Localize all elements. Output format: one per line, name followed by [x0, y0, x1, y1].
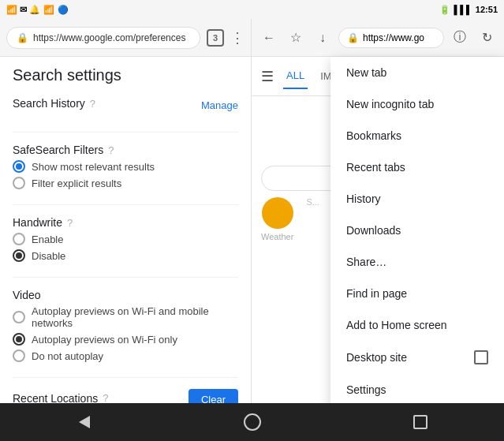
section-safesearch: SafeSearch Filters ? Show most relevant … — [13, 144, 238, 205]
left-url-box[interactable]: 🔒 https://www.google.com/preferences — [6, 27, 200, 49]
wifi-icon: 📶 — [43, 5, 54, 15]
menu-item-new-incognito[interactable]: New incognito tab — [330, 88, 504, 120]
section-title-recent-locations: Recent Locations ? — [13, 392, 108, 404]
status-time: 12:51 — [476, 5, 498, 14]
bottom-nav — [0, 403, 504, 441]
lock-icon: 🔒 — [17, 32, 28, 43]
help-icon-handwrite: ? — [67, 217, 73, 229]
section-title-handwrite: Handwrite ? — [13, 216, 238, 229]
left-content: Search settings Search History ? Manage … — [0, 57, 251, 403]
right-address-bar: ← ☆ ↓ 🔒 https://www.go ⓘ ↻ — [252, 19, 504, 57]
info-icon[interactable]: ⓘ — [449, 27, 471, 49]
recent-button[interactable] — [405, 406, 436, 438]
radio-dot-no-autoplay — [13, 349, 25, 362]
right-url-text: https://www.go — [363, 32, 424, 43]
section-search-history: Search History ? Manage — [13, 97, 238, 133]
radio-autoplay-wifi[interactable]: Autoplay previews on Wi-Fi only — [13, 333, 238, 346]
section-handwrite: Handwrite ? Enable Disable — [13, 216, 238, 278]
tab-count[interactable]: 3 — [207, 29, 224, 47]
battery-icon: 🔋 — [439, 5, 450, 15]
main-area: 🔒 https://www.google.com/preferences 3 ⋮… — [0, 19, 504, 403]
radio-dot-autoplay-wifi — [13, 333, 25, 346]
radio-autoplay-all[interactable]: Autoplay previews on Wi-Fi and mobile ne… — [13, 305, 238, 329]
menu-item-find-in-page[interactable]: Find in page — [330, 278, 504, 309]
left-address-bar: 🔒 https://www.google.com/preferences 3 ⋮ — [0, 19, 251, 57]
desktop-site-checkbox[interactable] — [474, 350, 488, 364]
back-nav-icon[interactable]: ← — [258, 27, 280, 49]
dropdown-menu: New tab New incognito tab Bookmarks Rece… — [330, 57, 504, 403]
left-panel: 🔒 https://www.google.com/preferences 3 ⋮… — [0, 19, 252, 403]
menu-item-add-to-home[interactable]: Add to Home screen — [330, 309, 504, 341]
right-panel: ← ☆ ↓ 🔒 https://www.go ⓘ ↻ ☰ ALL IMAGES — [252, 19, 504, 403]
menu-item-new-tab[interactable]: New tab — [330, 57, 504, 88]
menu-item-bookmarks[interactable]: Bookmarks — [330, 120, 504, 151]
radio-dot-autoplay-all — [13, 311, 25, 323]
menu-item-downloads[interactable]: Downloads — [330, 215, 504, 246]
signal-icon: ▌▌▌ — [454, 5, 472, 14]
menu-item-desktop-site[interactable]: Desktop site — [330, 341, 504, 374]
weather-shortcut: Weather — [261, 197, 293, 241]
section-manage-row: Search History ? Manage — [13, 97, 238, 113]
left-menu-dots[interactable]: ⋮ — [230, 29, 245, 47]
manage-button[interactable]: Manage — [201, 99, 238, 111]
weather-icon — [262, 197, 293, 229]
hamburger-icon[interactable]: ☰ — [261, 68, 274, 85]
section-title-safesearch: SafeSearch Filters ? — [13, 144, 238, 156]
home-circle-icon — [244, 413, 261, 431]
help-icon-recent-locations: ? — [103, 392, 108, 403]
radio-filter-explicit[interactable]: Filter explicit results — [13, 177, 238, 189]
help-icon-safesearch: ? — [108, 144, 114, 156]
left-url-text: https://www.google.com/preferences — [33, 32, 185, 43]
menu-item-history[interactable]: History — [330, 183, 504, 215]
right-url-box[interactable]: 🔒 https://www.go — [338, 28, 444, 48]
menu-item-share[interactable]: Share… — [330, 246, 504, 278]
back-arrow-icon — [79, 416, 90, 428]
radio-show-relevant[interactable]: Show most relevant results — [13, 160, 238, 173]
section-video: Video Autoplay previews on Wi-Fi and mob… — [13, 289, 238, 378]
page-title: Search settings — [13, 66, 238, 84]
refresh-icon[interactable]: ↻ — [476, 27, 498, 49]
status-bar-left: 📶 ✉ 🔔 📶 🔵 — [6, 5, 69, 15]
bt-icon: 🔵 — [58, 5, 69, 15]
radio-dot-disable — [13, 249, 25, 262]
more-shortcut: S... — [306, 197, 319, 241]
weather-label: Weather — [261, 232, 293, 241]
status-bar-right: 🔋 ▌▌▌ 12:51 — [439, 5, 498, 15]
tab-all[interactable]: ALL — [283, 63, 308, 89]
app-icons: 📶 ✉ 🔔 — [6, 5, 40, 15]
status-bar: 📶 ✉ 🔔 📶 🔵 🔋 ▌▌▌ 12:51 — [0, 0, 504, 19]
right-lock-icon: 🔒 — [347, 32, 359, 43]
section-title-search-history: Search History ? — [13, 97, 95, 110]
section-title-video: Video — [13, 289, 238, 301]
recent-locations-header-row: Recent Locations ? Clear — [13, 389, 238, 403]
radio-disable[interactable]: Disable — [13, 249, 238, 262]
star-icon[interactable]: ☆ — [285, 27, 307, 49]
menu-item-settings[interactable]: Settings — [330, 374, 504, 403]
section-recent-locations: Recent Locations ? Clear Save recent loc… — [13, 389, 238, 403]
home-button[interactable] — [237, 406, 268, 438]
recent-square-icon — [413, 415, 427, 429]
download-icon[interactable]: ↓ — [312, 27, 334, 49]
radio-dot-filter-explicit — [13, 177, 25, 189]
radio-dot-show-relevant — [13, 160, 25, 173]
clear-button[interactable]: Clear — [189, 389, 238, 403]
radio-no-autoplay[interactable]: Do not autoplay — [13, 349, 238, 362]
menu-item-recent-tabs[interactable]: Recent tabs — [330, 151, 504, 183]
radio-dot-enable — [13, 233, 25, 245]
radio-enable[interactable]: Enable — [13, 233, 238, 245]
help-icon-search-history: ? — [90, 98, 95, 110]
back-button[interactable] — [69, 406, 100, 438]
